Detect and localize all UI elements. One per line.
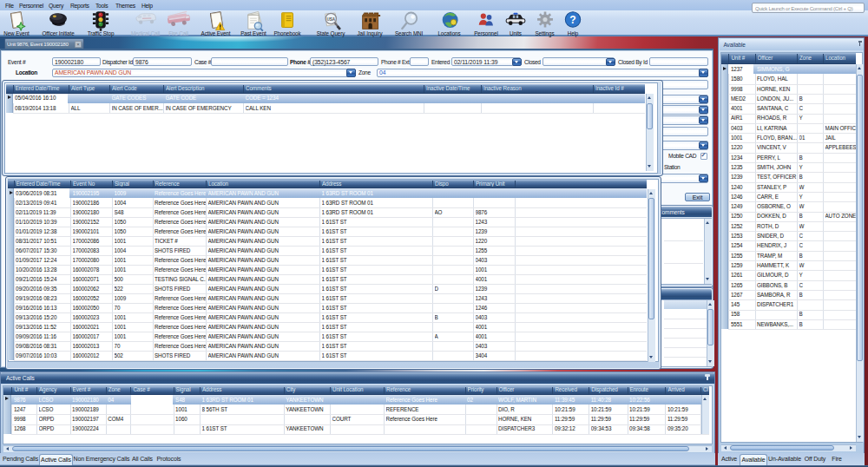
svg-text:?: ? (569, 13, 575, 25)
svg-text:USA: USA (326, 16, 335, 21)
